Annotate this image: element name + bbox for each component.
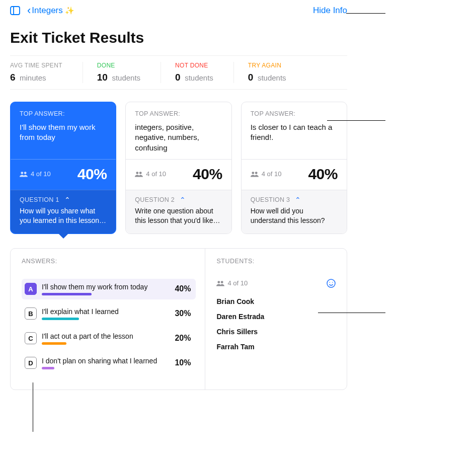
question-text: How will you share what you learned in t… (20, 206, 107, 225)
students-count: 4 of 10 (227, 279, 248, 287)
chevron-up-icon: ⌃ (180, 196, 186, 203)
top-answer-text: I'll show them my work from today (20, 122, 107, 143)
svg-point-8 (218, 281, 220, 283)
stat-value: 10 (97, 72, 108, 83)
stat-done: DONE 10 students (97, 62, 161, 83)
answer-bar (42, 342, 66, 345)
answer-letter: C (25, 332, 37, 344)
svg-point-12 (332, 282, 333, 283)
top-answer-label: TOP ANSWER: (251, 110, 338, 117)
stat-not-done: NOT DONE 0 students (175, 62, 234, 83)
svg-point-3 (24, 172, 27, 174)
stat-label: NOT DONE (175, 62, 213, 69)
top-answer-text: Is closer to I can teach a friend!. (251, 122, 338, 143)
chevron-up-icon: ⌃ (295, 196, 301, 203)
answer-percent: 40% (193, 166, 222, 183)
question-card-2[interactable]: TOP ANSWER: integers, positive, negative… (125, 102, 231, 234)
question-cards: TOP ANSWER: I'll show them my work from … (10, 102, 347, 234)
sidebar-toggle-icon[interactable] (10, 6, 20, 15)
answer-text: I'll show them my work from today (42, 283, 166, 291)
answer-letter: A (25, 283, 37, 295)
answer-percent: 40% (77, 166, 107, 183)
answer-bar (42, 293, 92, 295)
page-title: Exit Ticket Results (10, 29, 347, 46)
people-icon (20, 171, 28, 178)
top-bar: ‹ Integers ✨ Hide Info (10, 5, 347, 21)
answer-count: 4 of 10 (146, 170, 166, 178)
question-card-3[interactable]: TOP ANSWER: Is closer to I can teach a f… (241, 102, 347, 234)
student-item[interactable]: Brian Cook (216, 294, 336, 309)
svg-point-6 (252, 172, 254, 174)
stat-unit: students (112, 73, 140, 82)
answer-row-c[interactable]: C I'll act out a part of the lesson 20% (22, 328, 196, 349)
stat-unit: students (258, 73, 286, 82)
question-card-1[interactable]: TOP ANSWER: I'll show them my work from … (10, 102, 116, 234)
answer-percent: 40% (308, 166, 338, 183)
answer-count: 4 of 10 (262, 170, 282, 178)
stat-label: AVG TIME SPENT (10, 62, 62, 69)
answer-bar (42, 367, 54, 369)
answers-detail-panel: ANSWERS: A I'll show them my work from t… (10, 248, 347, 390)
svg-point-7 (255, 172, 257, 174)
hide-info-button[interactable]: Hide Info (313, 6, 347, 16)
stat-try-again: TRY AGAIN 0 students (248, 62, 306, 83)
sparkle-icon: ✨ (65, 6, 74, 15)
question-text: How well did you understand this lesson? (251, 206, 338, 225)
annotation-line (33, 382, 33, 432)
stat-label: TRY AGAIN (248, 62, 286, 69)
back-label: Integers (32, 6, 62, 16)
svg-point-2 (21, 172, 23, 174)
svg-point-5 (139, 172, 142, 174)
smiley-icon[interactable] (327, 279, 336, 288)
answer-percent: 40% (175, 284, 191, 293)
stat-unit: students (185, 73, 213, 82)
people-icon (251, 171, 259, 178)
stat-avg-time: AVG TIME SPENT 6 minutes (10, 62, 83, 83)
top-answer-label: TOP ANSWER: (135, 110, 222, 117)
answer-percent: 20% (175, 334, 191, 343)
question-label: QUESTION 3 (251, 196, 290, 203)
student-item[interactable]: Farrah Tam (216, 339, 336, 354)
question-label: QUESTION 2 (135, 196, 175, 203)
answer-row-d[interactable]: D I don't plan on sharing what I learned… (22, 353, 196, 373)
annotation-line (327, 120, 385, 121)
answer-text: I don't plan on sharing what I learned (42, 357, 166, 365)
answer-percent: 30% (175, 309, 191, 318)
stats-row: AVG TIME SPENT 6 minutes DONE 10 student… (10, 55, 347, 90)
svg-rect-0 (11, 7, 20, 15)
stat-value: 0 (175, 72, 181, 83)
answer-text: I'll explain what I learned (42, 307, 166, 316)
people-icon (216, 280, 224, 287)
stat-unit: minutes (20, 73, 46, 82)
stat-value: 0 (248, 72, 254, 83)
annotation-line (318, 313, 385, 313)
top-answer-text: integers, positive, negative, numbers, c… (135, 122, 222, 153)
back-button[interactable]: ‹ Integers ✨ (27, 5, 74, 16)
svg-point-11 (329, 282, 330, 283)
answer-text: I'll act out a part of the lesson (42, 332, 166, 340)
question-label: QUESTION 1 (20, 196, 59, 203)
student-item[interactable]: Chris Sillers (216, 324, 336, 339)
annotation-line (346, 13, 385, 14)
question-text: Write one question about this lesson tha… (135, 206, 222, 225)
svg-point-4 (136, 172, 139, 174)
top-answer-label: TOP ANSWER: (20, 110, 107, 117)
chevron-left-icon: ‹ (27, 5, 31, 16)
answer-row-b[interactable]: B I'll explain what I learned 30% (22, 303, 196, 324)
stat-value: 6 (10, 72, 16, 83)
answer-count: 4 of 10 (31, 170, 51, 178)
answer-letter: D (25, 357, 37, 369)
answer-percent: 10% (175, 358, 191, 367)
students-label: STUDENTS: (216, 258, 336, 265)
svg-point-9 (221, 281, 223, 283)
student-item[interactable]: Daren Estrada (216, 309, 336, 324)
people-icon (135, 171, 143, 178)
answer-letter: B (25, 307, 37, 320)
svg-point-10 (327, 279, 335, 287)
answer-row-a[interactable]: A I'll show them my work from today 40% (22, 279, 196, 299)
answers-label: ANSWERS: (22, 258, 196, 265)
chevron-up-icon: ⌃ (64, 196, 70, 203)
stat-label: DONE (97, 62, 140, 69)
answer-bar (42, 318, 79, 320)
